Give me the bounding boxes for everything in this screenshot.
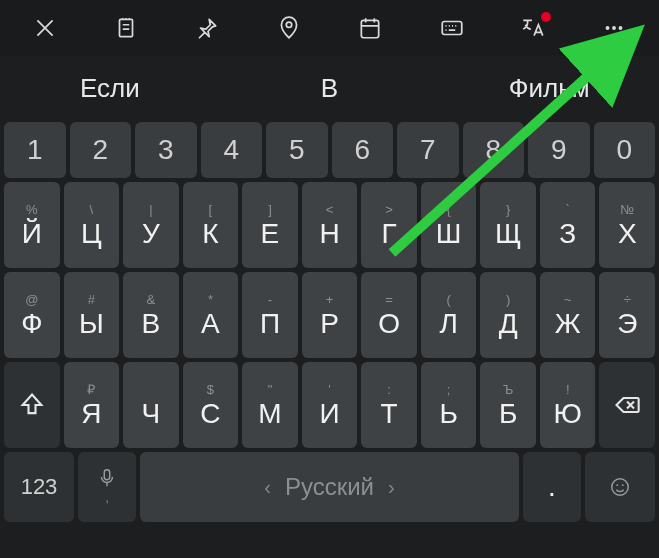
key-5[interactable]: 5 xyxy=(266,122,328,178)
symbols-label: 123 xyxy=(21,476,58,498)
calendar-icon xyxy=(357,15,383,41)
chevron-right-icon: › xyxy=(388,476,395,499)
emoji-key[interactable] xyxy=(585,452,655,522)
key-А[interactable]: *А xyxy=(183,272,239,358)
key-Д[interactable]: )Д xyxy=(480,272,536,358)
key-В[interactable]: &В xyxy=(123,272,179,358)
key-К[interactable]: [К xyxy=(183,182,239,268)
backspace-icon xyxy=(613,391,641,419)
space-key[interactable]: ‹ Русский › xyxy=(140,452,519,522)
note-button[interactable] xyxy=(102,8,150,48)
svg-rect-2 xyxy=(362,20,379,37)
key-Е[interactable]: ]Е xyxy=(242,182,298,268)
svg-rect-0 xyxy=(120,19,133,36)
keyboard: 1234567890 %Й\Ц|У[К]Е<Н>Г{Ш}Щ`З№Х @Ф#Ы&В… xyxy=(0,120,659,526)
key-О[interactable]: =О xyxy=(361,272,417,358)
key-8[interactable]: 8 xyxy=(463,122,525,178)
key-Щ[interactable]: }Щ xyxy=(480,182,536,268)
key-Й[interactable]: %Й xyxy=(4,182,60,268)
pin-icon xyxy=(194,15,220,41)
key-Ь[interactable]: ;Ь xyxy=(421,362,477,448)
key-Ч[interactable]: Ч xyxy=(123,362,179,448)
key-3[interactable]: 3 xyxy=(135,122,197,178)
svg-rect-3 xyxy=(442,22,462,35)
location-button[interactable] xyxy=(265,8,313,48)
key-Х[interactable]: №Х xyxy=(599,182,655,268)
key-Т[interactable]: :Т xyxy=(361,362,417,448)
more-button[interactable] xyxy=(590,8,638,48)
chevron-left-icon: ‹ xyxy=(264,476,271,499)
keyboard-icon xyxy=(439,15,465,41)
suggestion-3[interactable]: Фильм xyxy=(439,73,659,104)
key-П[interactable]: -П xyxy=(242,272,298,358)
shift-key[interactable] xyxy=(4,362,60,448)
symbols-key[interactable]: 123 xyxy=(4,452,74,522)
period-key[interactable]: . xyxy=(523,452,581,522)
letter-row-3: ₽Я Ч$С"М'И:Т;ЬЪБ!Ю xyxy=(2,362,657,448)
svg-point-4 xyxy=(606,26,610,30)
key-Ю[interactable]: !Ю xyxy=(540,362,596,448)
calendar-button[interactable] xyxy=(346,8,394,48)
key-Л[interactable]: (Л xyxy=(421,272,477,358)
mic-icon xyxy=(96,467,118,489)
key-6[interactable]: 6 xyxy=(332,122,394,178)
suggestion-1[interactable]: Если xyxy=(0,73,220,104)
key-0[interactable]: 0 xyxy=(594,122,656,178)
key-Ж[interactable]: ~Ж xyxy=(540,272,596,358)
key-Б[interactable]: ЪБ xyxy=(480,362,536,448)
key-Р[interactable]: +Р xyxy=(302,272,358,358)
keyboard-button[interactable] xyxy=(428,8,476,48)
key-Ы[interactable]: #Ы xyxy=(64,272,120,358)
svg-point-8 xyxy=(612,479,629,496)
key-Н[interactable]: <Н xyxy=(302,182,358,268)
toolbar xyxy=(0,0,659,56)
suggestion-2[interactable]: В xyxy=(220,73,440,104)
key-1[interactable]: 1 xyxy=(4,122,66,178)
letter-row-1: %Й\Ц|У[К]Е<Н>Г{Ш}Щ`З№Х xyxy=(2,182,657,268)
space-label: Русский xyxy=(285,473,374,501)
location-icon xyxy=(276,15,302,41)
key-Э[interactable]: ÷Э xyxy=(599,272,655,358)
letter-row-2: @Ф#Ы&В*А-П+Р=О(Л)Д~Ж÷Э xyxy=(2,272,657,358)
key-Г[interactable]: >Г xyxy=(361,182,417,268)
translate-button[interactable] xyxy=(509,8,557,48)
key-4[interactable]: 4 xyxy=(201,122,263,178)
key-9[interactable]: 9 xyxy=(528,122,590,178)
svg-point-9 xyxy=(616,484,618,486)
key-Ш[interactable]: {Ш xyxy=(421,182,477,268)
number-row: 1234567890 xyxy=(2,122,657,178)
svg-point-1 xyxy=(286,22,291,27)
key-Ф[interactable]: @Ф xyxy=(4,272,60,358)
key-У[interactable]: |У xyxy=(123,182,179,268)
bottom-row: 123 , ‹ Русский › . xyxy=(2,452,657,526)
more-icon xyxy=(601,15,627,41)
svg-point-10 xyxy=(622,484,624,486)
suggestion-bar: Если В Фильм xyxy=(0,56,659,120)
svg-point-6 xyxy=(619,26,623,30)
note-icon xyxy=(113,15,139,41)
key-З[interactable]: `З xyxy=(540,182,596,268)
voice-key[interactable]: , xyxy=(78,452,136,522)
svg-point-5 xyxy=(612,26,616,30)
key-2[interactable]: 2 xyxy=(70,122,132,178)
svg-rect-7 xyxy=(104,469,110,479)
emoji-icon xyxy=(609,476,631,498)
key-Ц[interactable]: \Ц xyxy=(64,182,120,268)
notification-badge xyxy=(541,12,551,22)
pin-button[interactable] xyxy=(183,8,231,48)
key-Я[interactable]: ₽Я xyxy=(64,362,120,448)
close-button[interactable] xyxy=(21,8,69,48)
shift-icon xyxy=(18,391,46,419)
key-И[interactable]: 'И xyxy=(302,362,358,448)
close-icon xyxy=(32,15,58,41)
backspace-key[interactable] xyxy=(599,362,655,448)
key-7[interactable]: 7 xyxy=(397,122,459,178)
key-М[interactable]: "М xyxy=(242,362,298,448)
key-С[interactable]: $С xyxy=(183,362,239,448)
